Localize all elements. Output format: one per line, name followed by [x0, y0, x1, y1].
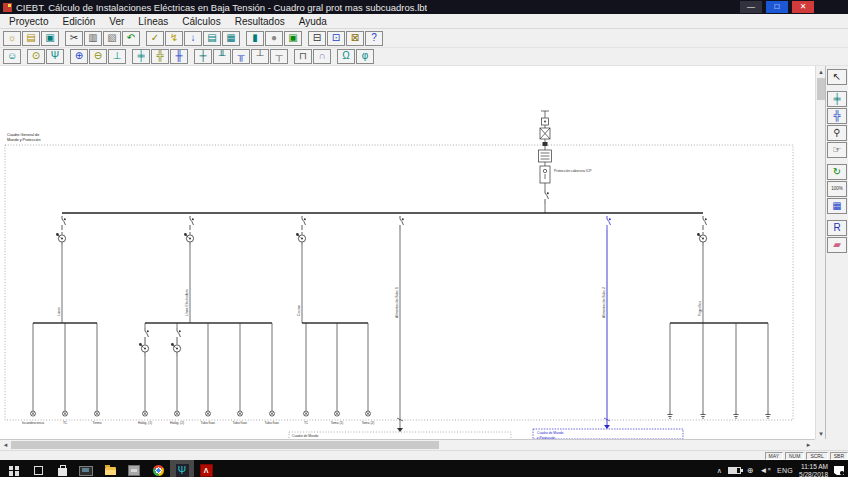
subpanel-1[interactable]: Cuadro de Mando y Protección [289, 432, 511, 439]
menu-item-ayuda[interactable]: Ayuda [292, 15, 334, 28]
taskbar-ciebt[interactable] [170, 460, 194, 477]
store-icon [58, 468, 67, 476]
fuse-symbol-button[interactable]: Ψ [46, 49, 64, 64]
select-cursor-button[interactable]: ↖ [827, 69, 847, 85]
paste-button[interactable]: ▧ [103, 31, 121, 46]
busbar-2-symbol-button[interactable]: ╬ [151, 49, 169, 64]
eraser-button[interactable]: ▰ [827, 237, 847, 253]
clock[interactable]: 11:15 AM 5/28/2018 [799, 463, 828, 477]
branch-3[interactable]: Cocina TC Toma (1) Toma (2) [296, 216, 374, 425]
pole-symbol-button[interactable]: ┼ [194, 49, 212, 64]
volume-muted-icon[interactable]: ◄× [760, 466, 771, 475]
copy-button[interactable]: ▥ [84, 31, 102, 46]
new-button[interactable]: ☼ [3, 31, 21, 46]
taskbar-file-explorer[interactable] [98, 460, 122, 477]
pole-earth-symbol-button[interactable]: ╨ [213, 49, 231, 64]
shapes-button[interactable]: ● [265, 31, 283, 46]
menu-item-proyecto[interactable]: Proyecto [2, 15, 55, 28]
scroll-left-icon[interactable]: ◂ [0, 440, 11, 450]
pole-top-symbol-button[interactable]: ╥ [232, 49, 250, 64]
battery-icon[interactable] [728, 466, 741, 475]
calculate-button[interactable]: ↯ [165, 31, 183, 46]
incoming-feed[interactable]: Protección cabecera ICP [539, 111, 593, 213]
subpanel-2-selected[interactable]: Cuadro de Mando y Protección [533, 429, 683, 439]
cgp-symbol-button[interactable]: ☺ [3, 49, 21, 64]
drawing-canvas[interactable]: Cuadro General de Mando y Protección Pro… [0, 66, 815, 439]
language-indicator[interactable]: ENG [777, 467, 793, 474]
horizontal-scrollbar[interactable]: ◂ ▸ [0, 439, 815, 450]
save-button[interactable]: ▣ [41, 31, 59, 46]
taskbar-store[interactable] [50, 460, 74, 477]
busbar-1-symbol-button[interactable]: ╪ [132, 49, 150, 64]
menu-item-resultados[interactable]: Resultados [228, 15, 292, 28]
branch-5-selected[interactable]: Alimentación Subc 2 [602, 216, 611, 429]
grid-button[interactable]: ▦ [222, 31, 240, 46]
terminal-2-symbol-button[interactable]: φ [356, 49, 374, 64]
branch-6[interactable]: Frigorífico [667, 216, 770, 418]
taskbar-task-view[interactable] [26, 460, 50, 477]
taskbar-chrome[interactable] [146, 460, 170, 477]
zoom-window-button[interactable]: ⚲ [827, 125, 847, 141]
help-button[interactable]: ? [365, 31, 383, 46]
line-end-symbol-button[interactable]: ┴ [251, 49, 269, 64]
scroll-right-icon[interactable]: ▸ [803, 440, 814, 450]
breaker-2p-symbol-button[interactable]: ⊖ [89, 49, 107, 64]
action-center-icon[interactable] [834, 466, 844, 475]
undo-button[interactable]: ↶ [122, 31, 140, 46]
vertical-scroll-thumb[interactable] [817, 78, 825, 100]
maximize-button[interactable]: □ [766, 1, 788, 13]
menu-item-ver[interactable]: Ver [102, 15, 131, 28]
export-button[interactable]: ⊠ [346, 31, 364, 46]
horizontal-scroll-thumb[interactable] [11, 441, 439, 449]
rings-symbol-button[interactable]: ∩ [313, 49, 331, 64]
chrome-icon [153, 465, 164, 476]
cut-button[interactable]: ✂ [65, 31, 83, 46]
pan-hand-button[interactable]: ☞ [827, 142, 847, 158]
menu-item-calculos[interactable]: Cálculos [175, 15, 227, 28]
taskbar: ∧ ⊕ ◄× ENG 11:15 AM 5/28/2018 [0, 460, 848, 477]
supply-symbol-button[interactable]: ⊙ [27, 49, 45, 64]
schematic-diagram[interactable]: Cuadro General de Mando y Protección Pro… [0, 66, 815, 439]
print-button[interactable]: ⊟ [308, 31, 326, 46]
line-tee-symbol-button[interactable]: ┬ [270, 49, 288, 64]
taskbar-app-window[interactable] [122, 460, 146, 477]
device-icon [79, 466, 93, 476]
image-button[interactable]: ▣ [284, 31, 302, 46]
zoom-100-button[interactable]: 100% [827, 181, 847, 197]
main-panel-border [5, 145, 793, 420]
menubar: ProyectoEdiciónVerLíneasCálculosResultad… [0, 14, 848, 29]
menu-item-edicion[interactable]: Edición [55, 15, 102, 28]
minimize-button[interactable]: — [740, 1, 762, 13]
earth-symbol-button[interactable]: ⊓ [294, 49, 312, 64]
branch-2[interactable]: Línea Electrodom. Halóg. (1) Halóg. (2) … [138, 216, 280, 425]
results-button[interactable]: R [827, 220, 847, 236]
verify-button[interactable]: ✓ [146, 31, 164, 46]
branch-1[interactable]: Luces Incandescencia TC Termo [22, 216, 102, 425]
open-button[interactable]: ▤ [22, 31, 40, 46]
network-icon[interactable]: ⊕ [747, 466, 754, 475]
taskbar-start[interactable] [2, 460, 26, 477]
taskbar-device[interactable] [74, 460, 98, 477]
terminal-1-symbol-button[interactable]: Ω [337, 49, 355, 64]
breaker-3p-symbol-button[interactable]: ⊥ [108, 49, 126, 64]
svg-text:Alimentación Subc 2: Alimentación Subc 2 [602, 287, 606, 318]
busbar-3-symbol-button[interactable]: ╫ [170, 49, 188, 64]
taskbar-acrobat[interactable] [194, 460, 218, 477]
tray-chevron-icon[interactable]: ∧ [717, 467, 722, 475]
close-button[interactable]: ✕ [792, 1, 814, 13]
blocks-button[interactable]: ▮ [246, 31, 264, 46]
branch-4-subpanel-feed[interactable]: Alimentación Subc 1 [395, 216, 404, 432]
svg-text:TC: TC [63, 421, 68, 425]
symbol-grid-button[interactable]: ╬ [827, 108, 847, 124]
symbol-edit-button[interactable]: ╪ [827, 91, 847, 107]
print-preview-button[interactable]: ⊡ [327, 31, 345, 46]
breaker-1p-symbol-button[interactable]: ⊕ [70, 49, 88, 64]
menu-item-lineas[interactable]: Líneas [131, 15, 175, 28]
regenerate-button[interactable]: ↻ [827, 164, 847, 180]
tool-palette: ↖╪╬⚲☞↻100%▦R▰ [825, 66, 848, 439]
status-pane-scrl: SCRL [806, 452, 827, 460]
app-window-icon [128, 465, 140, 476]
datasheet-button[interactable]: ▤ [203, 31, 221, 46]
insert-down-button[interactable]: ↓ [184, 31, 202, 46]
panel-view-button[interactable]: ▦ [827, 198, 847, 214]
